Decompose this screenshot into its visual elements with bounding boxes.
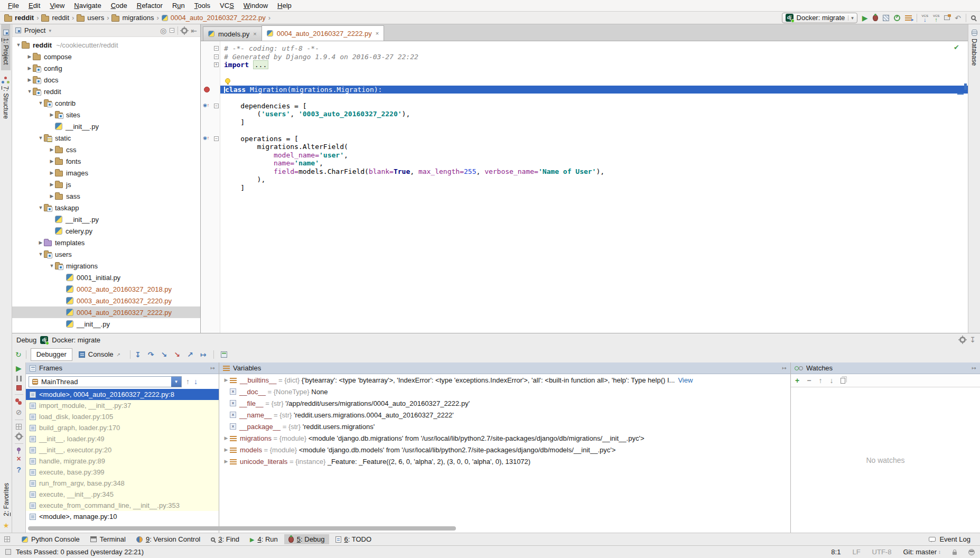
menu-run[interactable]: Run [167, 1, 190, 11]
search-everywhere-icon[interactable] [971, 15, 976, 20]
tree-arrow-icon[interactable]: ▼ [38, 252, 44, 257]
breadcrumb-item[interactable]: users [77, 14, 104, 22]
vcs-rollback-icon[interactable]: ↶ [955, 14, 961, 22]
move-up-icon[interactable]: ↑ [818, 377, 822, 384]
stack-frame[interactable]: import_module, __init__.py:37 [26, 400, 219, 411]
variable-row[interactable]: ▶unicode_literals = {instance} _Feature:… [219, 455, 790, 467]
menu-view[interactable]: View [45, 1, 69, 11]
force-step-into-icon[interactable]: ↘ [174, 351, 180, 358]
tree-item-celery-py[interactable]: celery.py [12, 225, 200, 237]
tree-arrow-icon[interactable]: ▶ [49, 193, 55, 199]
tree-item-init-py[interactable]: __init__.py [12, 120, 200, 132]
expand-arrow-icon[interactable]: ▶ [222, 377, 230, 383]
settings-gear-icon[interactable] [16, 433, 22, 440]
remove-watch-icon[interactable]: − [807, 377, 811, 384]
breadcrumb-item[interactable]: 0004_auto_20160327_2222.py [162, 14, 266, 22]
close-tab-icon[interactable]: × [253, 31, 256, 37]
debug-icon[interactable] [873, 15, 878, 21]
thread-select[interactable]: MainThread ▼ [29, 376, 182, 387]
restore-layout-icon[interactable] [16, 424, 22, 430]
duplicate-watch-icon[interactable] [841, 378, 845, 384]
variable-row[interactable]: ▶migrations = {module} <module 'django.d… [219, 432, 790, 444]
tree-item-init-py[interactable]: __init__.py [12, 213, 200, 225]
tree-item-docs[interactable]: ▶docs [12, 74, 200, 86]
step-out-icon[interactable]: ↗ [187, 351, 193, 358]
evaluate-expression-icon[interactable] [221, 351, 227, 358]
menu-file[interactable]: File [3, 1, 24, 11]
menu-code[interactable]: Code [106, 1, 132, 11]
toolwindow-button-terminal[interactable]: Terminal [86, 534, 130, 544]
tree-arrow-icon[interactable]: ▶ [49, 147, 55, 152]
stack-frame[interactable]: build_graph, loader.py:170 [26, 422, 219, 433]
move-down-icon[interactable]: ↓ [829, 377, 833, 384]
stop-icon[interactable] [16, 385, 22, 390]
stack-frame[interactable]: <module>, 0004_auto_20160327_2222.py:8 [26, 389, 219, 400]
tree-item-reddit[interactable]: ▼reddit~/cookiecutter/reddit [12, 39, 200, 51]
tree-arrow-icon[interactable]: ▼ [26, 89, 33, 94]
close-icon[interactable]: × [16, 455, 21, 462]
close-tab-icon[interactable]: × [376, 30, 379, 36]
horizontal-scrollbar[interactable] [28, 526, 456, 531]
resume-icon[interactable]: ▶ [16, 365, 22, 372]
show-execution-point-icon[interactable]: ↧ [135, 351, 141, 358]
stripe-tab-1-project[interactable]: 1: Project [1, 24, 11, 70]
code-fold-toggle-icon[interactable]: − [214, 46, 219, 51]
menu-edit[interactable]: Edit [24, 1, 45, 11]
tab-console[interactable]: Console↗ [73, 348, 126, 361]
hide-panel-icon[interactable]: ⇤ [191, 27, 197, 34]
tree-item-js[interactable]: ▶js [12, 179, 200, 190]
editor[interactable]: models.py×0004_auto_20160327_2222.py× −#… [201, 24, 968, 333]
toolwindow-button-9-version-control[interactable]: 9: Version Control [132, 534, 204, 544]
profiler-icon[interactable] [894, 15, 900, 21]
line-separator[interactable]: LF [852, 548, 860, 556]
tree-item-migrations[interactable]: ▼migrations [12, 260, 200, 272]
stripe-tab-2-favorites[interactable]: 2: Favorites [2, 478, 11, 522]
stack-frame[interactable]: execute, __init__.py:345 [26, 489, 219, 500]
step-over-icon[interactable]: ↷ [148, 351, 154, 358]
tree-item-reddit[interactable]: ▼reddit [12, 86, 200, 97]
tree-item-sites[interactable]: ▶sites [12, 109, 200, 120]
run-configuration-select[interactable]: dj Docker: migrate ▾ [782, 13, 857, 23]
variable-row[interactable]: ▶__builtins__ = {dict} {'bytearray': <ty… [219, 374, 790, 386]
hide-panel-icon[interactable]: ↧ [969, 336, 976, 343]
toolwindow-button-python-console[interactable]: Python Console [17, 534, 84, 544]
event-log-button[interactable]: Event Log [929, 535, 976, 543]
tree-item-contrib[interactable]: ▼contrib [12, 97, 200, 109]
tree-item-sass[interactable]: ▶sass [12, 190, 200, 202]
tree-arrow-icon[interactable]: ▶ [26, 77, 33, 82]
editor-tab-models-py[interactable]: models.py× [203, 26, 262, 41]
stripe-tab-7-structure[interactable]: 7: Structure [1, 70, 11, 124]
pause-icon[interactable] [16, 376, 22, 382]
menu-help[interactable]: Help [273, 1, 296, 11]
chevron-down-icon[interactable]: ▾ [49, 28, 51, 33]
run-to-cursor-icon[interactable]: ↦ [200, 351, 207, 358]
inspection-profile-icon[interactable] [968, 549, 975, 555]
toolwindow-button-6-todo[interactable]: 6: TODO [331, 534, 376, 544]
menu-window[interactable]: Window [239, 1, 273, 11]
coverage-icon[interactable] [883, 15, 889, 21]
code-area[interactable]: −# -*- coding: utf-8 -*-−# Generated by … [201, 41, 968, 333]
code-fold-toggle-icon[interactable]: − [214, 136, 219, 141]
tree-item-static[interactable]: ▼static [12, 132, 200, 144]
tree-item-0002-auto-20160327-2018-py[interactable]: 0002_auto_20160327_2018.py [12, 283, 200, 295]
tree-item-images[interactable]: ▶images [12, 167, 200, 179]
tree-item-compose[interactable]: ▶compose [12, 51, 200, 62]
breadcrumb-item[interactable]: reddit [4, 14, 34, 22]
editor-tab-0004-auto-20160327-2222-py[interactable]: 0004_auto_20160327_2222.py× [262, 25, 384, 41]
stack-frame[interactable]: run_from_argv, base.py:348 [26, 478, 219, 489]
variable-row[interactable]: ▶models = {module} <module 'django.db.mo… [219, 444, 790, 455]
vcs-changes-icon[interactable] [944, 15, 950, 20]
hide-panel-icon[interactable]: ↦ [211, 365, 215, 371]
tree-arrow-icon[interactable]: ▼ [38, 205, 44, 210]
tree-item-config[interactable]: ▶config [12, 62, 200, 74]
stack-frame[interactable]: execute, base.py:399 [26, 467, 219, 478]
variable-row[interactable]: x__package__ = {str} 'reddit.users.migra… [219, 421, 790, 432]
tree-item-0003-auto-20160327-2220-py[interactable]: 0003_auto_20160327_2220.py [12, 295, 200, 306]
tree-item-css[interactable]: ▶css [12, 144, 200, 155]
scrollbar-mark[interactable] [957, 93, 964, 95]
tree-item-fonts[interactable]: ▶fonts [12, 155, 200, 167]
menu-refactor[interactable]: Refactor [132, 1, 167, 11]
hide-panel-icon[interactable]: ↦ [972, 365, 976, 371]
tree-arrow-icon[interactable]: ▶ [26, 66, 33, 71]
breadcrumb-item[interactable]: migrations [111, 14, 154, 22]
